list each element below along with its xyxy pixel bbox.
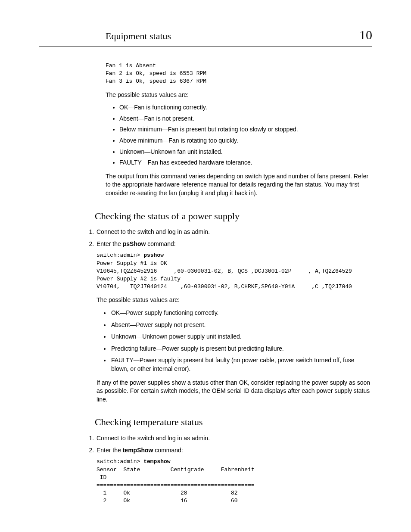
list-item: FAULTY—Fan has exceeded hardware toleran…: [119, 159, 372, 167]
chapter-number: 10: [359, 26, 372, 44]
ps-status-list: OK—Power supply functioning correctly. A…: [97, 309, 372, 373]
fan-status-list: OK—Fan is functioning correctly. Absent—…: [106, 103, 372, 167]
ps-step-2: Enter the psShow command: switch:admin> …: [96, 240, 372, 404]
list-item: OK—Power supply functioning correctly.: [110, 309, 372, 317]
step-text-post: command:: [153, 447, 183, 454]
fan-note: The output from this command varies depe…: [106, 172, 372, 198]
step-text-pre: Enter the: [97, 447, 123, 454]
list-item: Absent—Power supply not present.: [110, 321, 372, 330]
command-name: tempShow: [123, 447, 153, 454]
ps-step-1: Connect to the switch and log in as admi…: [96, 228, 372, 236]
list-item: Unknown—Unknown power supply unit instal…: [110, 333, 372, 341]
power-supply-heading: Checking the status of a power supply: [95, 210, 372, 223]
list-item: Predicting failure—Power supply is prese…: [110, 345, 372, 353]
header-title: Equipment status: [106, 30, 171, 43]
step-text-pre: Enter the: [97, 240, 123, 247]
temp-step-2: Enter the tempShow command: switch:admin…: [96, 446, 372, 505]
step-text-post: command:: [146, 240, 175, 247]
list-item: FAULTY—Power supply is present but fault…: [110, 356, 372, 373]
fan-status-intro: The possible status values are:: [106, 91, 372, 100]
temp-step-1: Connect to the switch and log in as admi…: [96, 434, 372, 443]
list-item: Above minimum—Fan is rotating too quickl…: [119, 137, 372, 145]
list-item: Below minimum—Fan is present but rotatin…: [119, 125, 372, 134]
command-name: psShow: [123, 240, 146, 247]
list-item: Unknown—Unknown fan unit installed.: [119, 148, 372, 156]
list-item: OK—Fan is functioning correctly.: [119, 103, 372, 112]
page-header: Equipment status 10: [39, 26, 372, 47]
tempshow-output-code: switch:admin> tempshow Sensor State Cent…: [97, 458, 372, 505]
ps-status-intro: The possible status values are:: [97, 296, 372, 305]
fan-output-code: Fan 1 is Absent Fan 2 is Ok, speed is 65…: [106, 62, 372, 86]
temperature-heading: Checking temperature status: [95, 416, 372, 429]
list-item: Absent—Fan is not present.: [119, 115, 372, 123]
psshow-output-code: switch:admin> psshow Power Supply #1 is …: [97, 252, 372, 291]
ps-note: If any of the power supplies show a stat…: [97, 379, 372, 404]
